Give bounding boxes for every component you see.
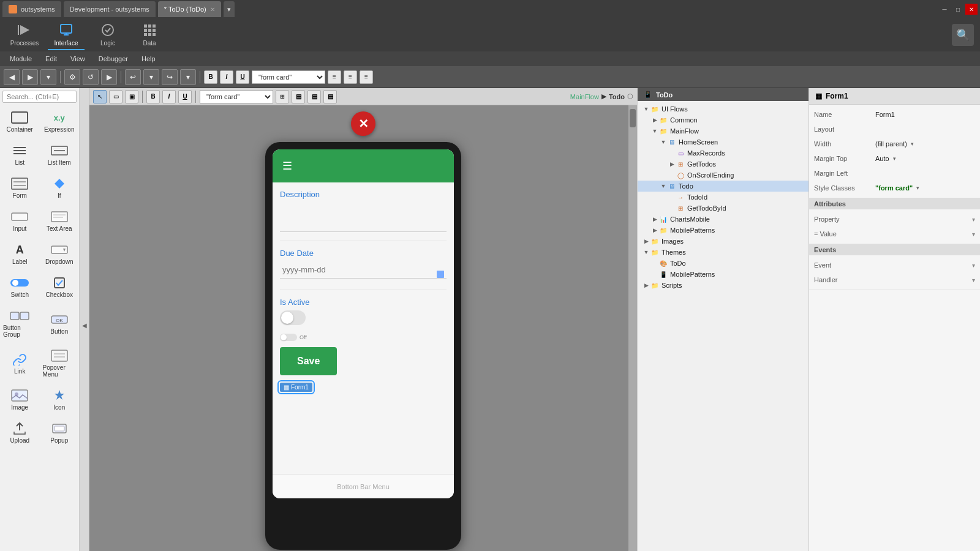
menu-edit[interactable]: Edit (39, 54, 63, 64)
nav-interface[interactable]: Interface (48, 20, 85, 50)
stop-indicator[interactable]: ✕ (351, 111, 375, 136)
canvas-style-dropdown[interactable]: "form card" (200, 90, 273, 103)
tree-item[interactable]: ◯OnScrollEnding (638, 170, 809, 181)
selection-tool[interactable]: ▣ (125, 90, 138, 103)
prop-style-value[interactable]: "form card" ▾ (875, 184, 975, 192)
canvas-align-left[interactable]: ▤ (292, 90, 305, 103)
maximize-button[interactable]: □ (952, 4, 964, 15)
widget-container[interactable]: Container (0, 105, 40, 138)
tree-expand-icon[interactable]: ▶ (643, 282, 650, 288)
style-class-dropdown[interactable]: "form card" (252, 70, 325, 84)
widget-popup[interactable]: Popup (40, 416, 80, 449)
cursor-tool[interactable]: ↖ (93, 90, 107, 103)
widget-button[interactable]: OK Button (40, 304, 80, 343)
prop-width-value[interactable]: (fill parent) ▾ (875, 140, 975, 148)
tree-expand-icon[interactable]: ▼ (660, 183, 667, 189)
tree-expand-icon[interactable]: ▶ (651, 117, 658, 123)
tree-item[interactable]: ▶📊ChartsMobile (638, 214, 809, 225)
prop-margin-top-value[interactable]: Auto ▾ (875, 155, 975, 162)
widget-input[interactable]: Input (0, 204, 40, 238)
widget-textarea[interactable]: Text Area (40, 204, 80, 238)
widget-dropdown[interactable]: Dropdown (40, 238, 80, 271)
menu-help[interactable]: Help (135, 54, 162, 64)
redo-button[interactable]: ↪ (162, 69, 178, 85)
scrollbar-thumb[interactable] (630, 109, 636, 127)
widget-icon[interactable]: Icon (40, 383, 80, 416)
widget-upload[interactable]: Upload (0, 416, 40, 449)
tab-close-icon[interactable]: ✕ (210, 6, 215, 13)
widget-checkbox[interactable]: Checkbox (40, 271, 80, 304)
align-left-button[interactable]: ≡ (328, 70, 341, 84)
tree-item[interactable]: ▶📁MobilePatterns (638, 225, 809, 236)
tree-item[interactable]: ▼📁UI Flows (638, 103, 809, 114)
canvas-italic[interactable]: I (162, 90, 176, 103)
due-date-input[interactable] (280, 261, 447, 279)
tree-expand-icon[interactable]: ▼ (660, 139, 667, 145)
description-input[interactable] (280, 203, 447, 232)
widget-button-group[interactable]: Button Group (0, 304, 40, 343)
form-tag[interactable]: ▦ Form1 (280, 383, 312, 392)
nav-logic[interactable]: Logic (89, 20, 126, 50)
settings-icon[interactable]: ⚙ (64, 69, 80, 85)
widget-list[interactable]: List (0, 138, 40, 171)
tree-item[interactable]: ▶📁Common (638, 114, 809, 126)
forward-small-button[interactable]: ▾ (40, 69, 56, 85)
tree-item[interactable]: ▶⊞GetTodos (638, 159, 809, 170)
canvas-underline[interactable]: U (178, 90, 192, 103)
tree-expand-icon[interactable]: ▼ (643, 249, 650, 255)
add-value-button[interactable]: ▾ (972, 231, 975, 238)
hamburger-icon[interactable]: ☰ (282, 159, 292, 173)
widget-switch[interactable]: Switch (0, 271, 40, 304)
bold-button[interactable]: B (204, 70, 217, 84)
save-button[interactable]: Save (280, 347, 337, 375)
widget-label[interactable]: A Label (0, 238, 40, 271)
undo-button[interactable]: ↩ (125, 69, 141, 85)
tree-expand-icon[interactable]: ▶ (668, 161, 676, 167)
canvas-align-center[interactable]: ▤ (307, 90, 321, 103)
tab-outsystems[interactable]: outsystems (2, 1, 61, 17)
back-button[interactable]: ◀ (4, 69, 20, 85)
align-center-button[interactable]: ≡ (344, 70, 357, 84)
rectangle-tool[interactable]: ▭ (109, 90, 123, 103)
canvas-align-right[interactable]: ▤ (323, 90, 337, 103)
menu-debugger[interactable]: Debugger (92, 54, 134, 64)
tree-expand-icon[interactable]: ▶ (651, 216, 658, 222)
undo-dropdown[interactable]: ▾ (143, 69, 159, 85)
forward-button[interactable]: ▶ (22, 69, 38, 85)
prop-width-row[interactable]: Width (fill parent) ▾ (809, 137, 980, 151)
close-window-button[interactable]: ✕ (965, 4, 978, 15)
tree-expand-icon[interactable]: ▼ (643, 106, 650, 112)
widget-image[interactable]: Image (0, 383, 40, 416)
canvas-bold[interactable]: B (146, 90, 160, 103)
widget-if[interactable]: If (40, 171, 80, 204)
menu-view[interactable]: View (64, 54, 91, 64)
canvas-scroll[interactable]: ✕ ☰ Description (89, 105, 637, 551)
events-section-header[interactable]: Events (809, 244, 980, 255)
nav-processes[interactable]: Processes (6, 20, 43, 50)
widget-expression[interactable]: x.y Expression (40, 105, 80, 138)
tree-item[interactable]: ▶📁Scripts (638, 280, 809, 291)
widget-list-item[interactable]: List Item (40, 138, 80, 171)
active-toggle[interactable] (280, 310, 306, 325)
publish-icon[interactable]: ▶ (101, 69, 117, 85)
search-icon[interactable]: 🔍 (952, 24, 974, 46)
widget-popover-menu[interactable]: Popover Menu (40, 343, 80, 383)
vertical-scrollbar[interactable] (628, 105, 637, 551)
tree-item[interactable]: ▼🖥HomeScreen (638, 137, 809, 148)
panel-collapse-button[interactable]: ◀ (80, 88, 89, 551)
prop-style-row[interactable]: Style Classes "form card" ▾ (809, 181, 980, 195)
tab-more[interactable]: ▾ (224, 1, 235, 17)
tree-item[interactable]: ▼🖥Todo (638, 181, 809, 192)
prop-margin-top-row[interactable]: Margin Top Auto ▾ (809, 151, 980, 166)
tree-item[interactable]: 🎨ToDo (638, 258, 809, 269)
tree-item[interactable]: ⊞GetTodoById (638, 203, 809, 214)
add-attribute-button[interactable]: ▾ (972, 216, 975, 223)
tree-item[interactable]: ▼📁MainFlow (638, 126, 809, 137)
align-right-button[interactable]: ≡ (360, 70, 373, 84)
tab-development[interactable]: Development - outsystems (64, 1, 156, 17)
tab-todo[interactable]: * ToDo (ToDo) ✕ (158, 1, 221, 17)
refresh-icon[interactable]: ↺ (83, 69, 99, 85)
tree-item[interactable]: 📱MobilePatterns (638, 269, 809, 280)
nav-data[interactable]: Data (131, 20, 168, 50)
italic-button[interactable]: I (220, 70, 233, 84)
